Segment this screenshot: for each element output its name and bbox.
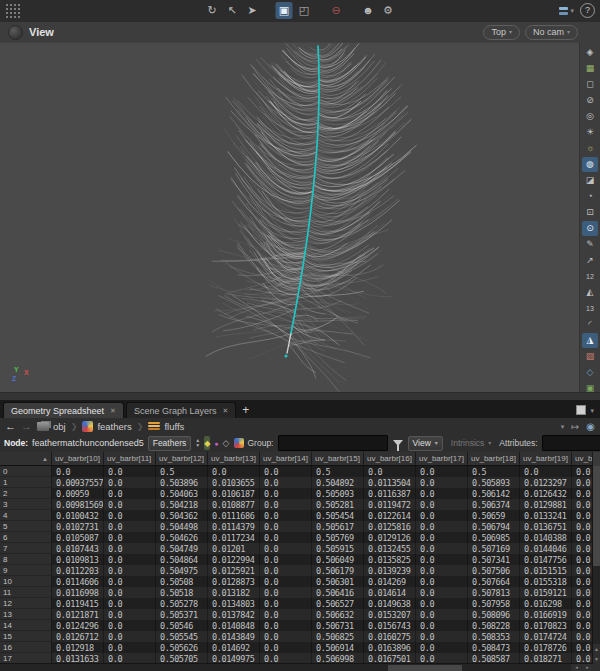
pane-menu-icon[interactable]: ▾ xyxy=(590,407,594,414)
node-type-spinner[interactable]: ▲▼ xyxy=(195,438,200,448)
tab-scene-graph-layers[interactable]: Scene Graph Layers✕ xyxy=(126,402,236,418)
point-markers-icon[interactable]: ⊙ xyxy=(582,221,598,236)
group-input[interactable] xyxy=(278,435,388,451)
cell: 0.504975 xyxy=(156,565,208,576)
path-dropdown-icon[interactable]: ▾ xyxy=(561,423,565,430)
ghost-geometry-icon[interactable]: ▦ xyxy=(582,61,598,76)
intrinsics-dropdown[interactable]: Intrinsics ▾ xyxy=(447,437,496,450)
horizontal-scrollbar[interactable]: ◂ ▸ xyxy=(0,663,593,671)
cell: 0.504218 xyxy=(156,499,208,510)
tool-settings-icon[interactable]: ⚙ xyxy=(380,2,397,19)
column-header[interactable]: uv_barbr[13] xyxy=(208,452,260,466)
secure-selection-icon[interactable]: ⊖ xyxy=(328,2,345,19)
material-display-icon[interactable]: ⊡ xyxy=(582,205,598,220)
close-icon[interactable]: ✕ xyxy=(222,407,228,415)
display-flag-icon[interactable]: ◆ xyxy=(204,436,210,450)
default-lighting-icon[interactable]: ☼ xyxy=(582,141,598,156)
column-header[interactable]: uv_barbr[14] xyxy=(260,452,312,466)
column-header[interactable]: uv_barbr[19] xyxy=(520,452,572,466)
breadcrumb-item-fluffs[interactable]: fluffs xyxy=(148,421,184,432)
cell: 0.507664 xyxy=(468,576,520,587)
view-tool-icon[interactable]: ↻ xyxy=(204,2,221,19)
box-select-icon[interactable]: ◰ xyxy=(296,2,313,19)
desktop-layout-button[interactable]: ▾ xyxy=(559,7,574,15)
tab-geometry-spreadsheet[interactable]: Geometry Spreadsheet✕ xyxy=(3,402,124,418)
row-number: 14 xyxy=(0,620,52,631)
cell: 0.0 xyxy=(104,587,156,598)
profile-curves-icon[interactable]: ◜ xyxy=(582,317,598,332)
scroll-left-button[interactable]: ◂ xyxy=(571,664,582,671)
breadcrumb-item-feathers[interactable]: feathers xyxy=(82,421,131,432)
feather-type-icon[interactable] xyxy=(234,436,244,450)
vertical-scrollbar[interactable]: ▲ ▼ xyxy=(592,466,600,664)
prim-normals-icon[interactable]: ◭ xyxy=(582,285,598,300)
hide-other-objects-icon[interactable]: ◈ xyxy=(582,45,598,60)
cell: 0.0123297 xyxy=(520,477,572,488)
uv-texture-icon[interactable]: ▨ xyxy=(582,349,598,364)
column-header[interactable]: uv_barbr[16] xyxy=(364,452,416,466)
point-numbers-icon[interactable]: 12 xyxy=(582,269,598,284)
headlight-icon[interactable]: ☀ xyxy=(582,125,598,140)
shadows-icon[interactable]: ◪ xyxy=(582,173,598,188)
scroll-up-button[interactable]: ▲ xyxy=(593,644,600,654)
pane-maximize-icon[interactable] xyxy=(576,405,586,415)
help-button[interactable]: ? xyxy=(580,3,595,18)
column-header[interactable]: uv_b xyxy=(572,452,593,466)
snapshot-icon[interactable]: ◎ xyxy=(582,109,598,124)
nav-back-button[interactable]: ← xyxy=(5,419,16,433)
info-flag-icon[interactable]: ● xyxy=(214,436,218,450)
cell: 0.0132455 xyxy=(364,543,416,554)
row-index-header[interactable]: ▲ xyxy=(0,452,52,466)
reflections-icon[interactable]: ◔ xyxy=(582,189,598,204)
cell: 0.00959 xyxy=(52,488,104,499)
view-orientation-button[interactable]: Top ▾ xyxy=(483,25,520,40)
attributes-label: Attributes: xyxy=(499,438,537,448)
column-header[interactable]: uv_barbr[10] xyxy=(52,452,104,466)
guide-geometry-icon[interactable]: ◮ xyxy=(582,333,598,348)
point-trails-icon[interactable]: ↗ xyxy=(582,253,598,268)
close-icon[interactable]: ✕ xyxy=(110,407,116,415)
new-tab-button[interactable]: + xyxy=(242,403,249,417)
handles-tool-icon[interactable]: ▣ xyxy=(276,2,293,19)
axis-y-label: Y xyxy=(14,366,19,373)
scroll-right-button[interactable]: ▸ xyxy=(582,664,593,671)
breadcrumb-label: obj xyxy=(53,421,66,432)
breadcrumb-item-obj[interactable]: obj xyxy=(37,421,66,432)
point-normals-icon[interactable]: ✎ xyxy=(582,237,598,252)
column-header[interactable]: uv_barbr[15] xyxy=(312,452,364,466)
column-header[interactable]: uv_barbr[12] xyxy=(156,452,208,466)
nav-forward-button[interactable]: → xyxy=(21,419,32,433)
apps-menu-icon[interactable] xyxy=(5,4,20,19)
high-quality-lighting-icon[interactable]: ◍ xyxy=(582,157,598,172)
select-tool-icon[interactable]: ↖ xyxy=(224,2,241,19)
move-tool-icon[interactable]: ➤ xyxy=(244,2,261,19)
pose-tool-icon[interactable]: ☻ xyxy=(360,2,377,19)
camera-select-button[interactable]: No cam ▾ xyxy=(525,25,578,40)
column-header[interactable]: uv_barbr[17] xyxy=(416,452,468,466)
frame-selection-icon[interactable]: ▣ xyxy=(582,381,598,396)
cell: 0.00981569 xyxy=(52,499,104,510)
tabbar-controls: ▾ xyxy=(576,405,600,418)
cell: 0.0108877 xyxy=(208,499,260,510)
scroll-down-button[interactable]: ▼ xyxy=(593,654,600,664)
column-header[interactable]: uv_barbr[18] xyxy=(468,452,520,466)
cell: 0.0159121 xyxy=(520,587,572,598)
prim-numbers-icon[interactable]: 13 xyxy=(582,301,598,316)
display-options-icon[interactable]: ◇ xyxy=(582,365,598,380)
horizontal-scroll-thumb[interactable] xyxy=(388,665,462,671)
column-header[interactable]: uv_barbr[11] xyxy=(104,452,156,466)
network-path-bar: ← → obj❯feathers❯fluffs ▾ ↦ ◉ xyxy=(0,418,600,435)
template-flag-icon[interactable]: ◇ xyxy=(223,436,230,450)
vertical-scroll-thumb[interactable] xyxy=(593,466,600,566)
link-pane-icon[interactable]: ◉ xyxy=(586,421,595,432)
class-dropdown[interactable]: View ▾ xyxy=(408,436,443,451)
view-pivot-icon[interactable]: ⊘ xyxy=(582,93,598,108)
node-type-dropdown[interactable]: Feathers xyxy=(148,436,192,451)
attributes-input[interactable] xyxy=(542,435,600,451)
group-filter-icon[interactable] xyxy=(393,440,403,446)
cell: 0.506416 xyxy=(312,587,364,598)
scene-viewport[interactable]: View Top ▾ No cam ▾ Y X Z ◈▦◻⊘◎☀☼◍◪◔⊡⊙✎↗… xyxy=(0,22,600,392)
lock-camera-icon[interactable]: ◻ xyxy=(582,77,598,92)
cell: 0.0 xyxy=(416,609,468,620)
pin-pane-icon[interactable]: ↦ xyxy=(571,421,579,432)
